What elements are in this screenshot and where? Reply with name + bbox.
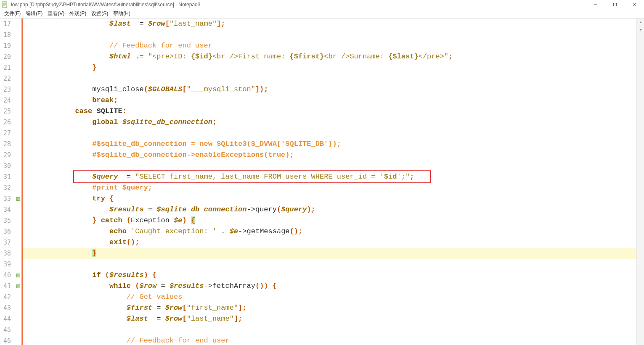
- code-line[interactable]: if ($results) {: [23, 270, 644, 281]
- fold-column[interactable]: [15, 73, 21, 84]
- scroll-up-button[interactable]: [637, 18, 644, 26]
- fold-column[interactable]: [15, 193, 21, 204]
- fold-column[interactable]: [15, 84, 21, 95]
- menu-help[interactable]: 帮助(H): [111, 9, 133, 18]
- app-icon: [2, 1, 8, 8]
- menu-bar: 文件(F) 编辑(E) 查看(V) 外观(P) 设置(S) 帮助(H): [0, 9, 644, 18]
- gutter-row: 41: [0, 281, 21, 292]
- code-line[interactable]: [23, 73, 644, 84]
- line-number: 41: [0, 282, 15, 290]
- line-number: 43: [0, 304, 15, 312]
- code-line[interactable]: mysqli_close($GLOBALS["___mysqli_ston"])…: [23, 84, 644, 95]
- code-line[interactable]: // Feedback for end user: [23, 40, 644, 51]
- gutter-row: 24: [0, 95, 21, 106]
- fold-marker-icon[interactable]: [16, 274, 20, 277]
- fold-column[interactable]: [15, 62, 21, 73]
- fold-column[interactable]: [15, 292, 21, 303]
- code-line[interactable]: [23, 29, 644, 40]
- fold-marker-icon[interactable]: [16, 197, 20, 201]
- line-number: 23: [0, 86, 15, 93]
- code-line[interactable]: while ($row = $results->fetchArray()) {: [23, 281, 644, 292]
- code-line[interactable]: $last = $row["last_name"];: [23, 18, 644, 29]
- code-line[interactable]: $last = $row["last_name"];: [23, 313, 644, 324]
- code-line[interactable]: #$sqlite_db_connection = new SQLite3($_D…: [23, 139, 644, 150]
- fold-column[interactable]: [15, 139, 21, 150]
- code-line[interactable]: #print $query;: [23, 182, 644, 193]
- fold-column[interactable]: [15, 226, 21, 237]
- gutter-row: 28: [0, 139, 21, 150]
- code-line[interactable]: exit();: [23, 237, 644, 248]
- line-number: 39: [0, 261, 15, 268]
- code-area[interactable]: $last = $row["last_name"]; // Feedback f…: [23, 18, 644, 345]
- gutter-row: 21: [0, 62, 21, 73]
- fold-column[interactable]: [15, 171, 21, 182]
- fold-column[interactable]: [15, 215, 21, 226]
- gutter-row: 30: [0, 161, 21, 171]
- line-number: 45: [0, 326, 15, 334]
- menu-appearance[interactable]: 外观(P): [67, 9, 89, 18]
- menu-view[interactable]: 查看(V): [45, 9, 67, 18]
- code-line[interactable]: }: [23, 248, 644, 259]
- vertical-scrollbar[interactable]: [636, 18, 644, 345]
- fold-column[interactable]: [15, 324, 21, 335]
- fold-column[interactable]: [15, 161, 21, 171]
- code-line[interactable]: [23, 324, 644, 335]
- fold-column[interactable]: [15, 18, 21, 29]
- gutter-row: 20: [0, 51, 21, 62]
- fold-column[interactable]: [15, 270, 21, 281]
- gutter-row: 42: [0, 292, 21, 303]
- gutter-row: 26: [0, 117, 21, 128]
- fold-column[interactable]: [15, 259, 21, 270]
- fold-column[interactable]: [15, 150, 21, 161]
- code-line[interactable]: echo 'Caught exception: ' . $e->getMessa…: [23, 226, 644, 237]
- title-bar: low.php [D:\phpStudy2\PHPTutorial\WWW\te…: [0, 0, 644, 9]
- fold-column[interactable]: [15, 204, 21, 215]
- gutter-row: 33: [0, 193, 21, 204]
- maximize-button[interactable]: [605, 0, 625, 9]
- line-number: 36: [0, 228, 15, 235]
- fold-column[interactable]: [15, 106, 21, 117]
- fold-column[interactable]: [15, 40, 21, 51]
- fold-column[interactable]: [15, 237, 21, 248]
- fold-column[interactable]: [15, 117, 21, 128]
- gutter-row: 32: [0, 182, 21, 193]
- line-number: 33: [0, 195, 15, 203]
- gutter-row: 45: [0, 324, 21, 335]
- scroll-down-button[interactable]: [637, 26, 644, 34]
- code-line[interactable]: try {: [23, 193, 644, 204]
- code-line[interactable]: $first = $row["first_name"];: [23, 303, 644, 313]
- code-line[interactable]: $results = $sqlite_db_connection->query(…: [23, 204, 644, 215]
- code-line[interactable]: global $sqlite_db_connection;: [23, 117, 644, 128]
- code-line[interactable]: [23, 161, 644, 171]
- code-line[interactable]: [23, 128, 644, 139]
- code-line[interactable]: // Feedback for end user: [23, 335, 644, 345]
- code-line[interactable]: $html .= "<pre>ID: {$id}<br />First name…: [23, 51, 644, 62]
- close-button[interactable]: [625, 0, 644, 9]
- fold-column[interactable]: [15, 303, 21, 313]
- menu-file[interactable]: 文件(F): [2, 9, 23, 18]
- line-number: 22: [0, 75, 15, 82]
- fold-column[interactable]: [15, 281, 21, 292]
- code-line[interactable]: [23, 259, 644, 270]
- minimize-button[interactable]: [586, 0, 605, 9]
- menu-settings[interactable]: 设置(S): [89, 9, 111, 18]
- gutter-row: 43: [0, 303, 21, 313]
- fold-column[interactable]: [15, 51, 21, 62]
- code-line[interactable]: #$sqlite_db_connection->enableExceptions…: [23, 150, 644, 161]
- line-number: 32: [0, 184, 15, 192]
- fold-column[interactable]: [15, 128, 21, 139]
- fold-column[interactable]: [15, 182, 21, 193]
- code-line[interactable]: $query = "SELECT first_name, last_name F…: [23, 171, 644, 182]
- fold-marker-icon[interactable]: [16, 284, 20, 288]
- code-line[interactable]: case SQLITE:: [23, 106, 644, 117]
- menu-edit[interactable]: 编辑(E): [23, 9, 45, 18]
- code-line[interactable]: // Get values: [23, 292, 644, 303]
- fold-column[interactable]: [15, 95, 21, 106]
- fold-column[interactable]: [15, 248, 21, 259]
- code-line[interactable]: }: [23, 62, 644, 73]
- code-line[interactable]: } catch (Exception $e) {: [23, 215, 644, 226]
- code-line[interactable]: break;: [23, 95, 644, 106]
- fold-column[interactable]: [15, 29, 21, 40]
- fold-column[interactable]: [15, 335, 21, 345]
- fold-column[interactable]: [15, 313, 21, 324]
